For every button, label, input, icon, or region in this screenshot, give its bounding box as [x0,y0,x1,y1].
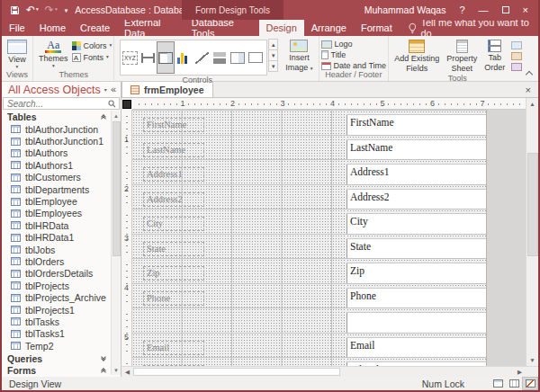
themes-dropdown-icon[interactable]: ▾ [52,64,55,69]
nav-item-tblDepartments[interactable]: tblDepartments [2,183,121,195]
undo-dropdown-icon[interactable]: ▾ [36,7,39,13]
nav-item-tblOrdersDetails[interactable]: tblOrdersDetails [2,268,121,280]
property-sheet-button[interactable]: Property Sheet [443,38,481,74]
nav-item-tblHRData1[interactable]: tblHRData1 [2,232,121,244]
nav-item-tblAuthors[interactable]: tblAuthors [2,147,121,159]
insert-image-button[interactable]: Insert Image ▾ [282,38,316,73]
view-button[interactable]: View ▾ [4,38,31,70]
label-control-icon[interactable]: XYZ [121,41,139,74]
themes-button[interactable]: Aa Themes ▾ [35,38,72,69]
nav-scroll-thumb[interactable] [112,121,121,256]
field-textbox-phone[interactable]: Phone [346,289,486,308]
nav-item-tblProjects1[interactable]: tblProjects1 [2,304,121,316]
field-label-address2[interactable]: Address2 [143,192,204,207]
nav-item-tblTasks[interactable]: tblTasks [2,316,121,327]
field-label-address1[interactable]: Address1 [143,167,204,182]
chart-control-icon[interactable] [175,41,193,74]
shutter-bar-close-icon[interactable]: « [111,85,116,94]
ribbon-tab-file[interactable]: File [2,20,32,36]
help-icon[interactable]: ? [459,5,464,15]
nav-menu-dropdown-icon[interactable]: ▾ [104,86,107,93]
queries-expand-icon[interactable] [102,357,105,361]
field-textbox-email[interactable]: Email [346,338,486,358]
fonts-dropdown-icon[interactable]: ▾ [106,55,109,60]
field-label-state[interactable]: State [143,242,204,256]
minimize-icon[interactable]: — [479,5,489,15]
horizontal-scroll-thumb[interactable] [133,368,340,376]
title-button[interactable]: Title [321,50,387,59]
ribbon-tab-database-tools[interactable]: Database Tools [184,20,259,36]
field-textbox-address2[interactable]: Address2 [346,190,486,209]
field-textbox-city[interactable]: City [346,214,486,234]
nav-item-tblProjects[interactable]: tblProjects [2,280,121,291]
subform-new-window-icon[interactable] [511,41,522,49]
date-time-button[interactable]: Date and Time [321,61,387,70]
tables-collapse-icon[interactable] [102,115,105,119]
nav-scrollbar[interactable]: ▲ ▼ [111,111,121,375]
horizontal-scrollbar[interactable]: ◀ ▶ [122,366,538,377]
rectangle-control-icon[interactable] [247,41,265,74]
close-icon[interactable]: × [523,5,528,15]
field-label-lastname[interactable]: LastName [143,143,204,157]
search-icon[interactable] [108,100,116,108]
scroll-left-icon[interactable]: ◀ [122,369,133,376]
colors-dropdown-icon[interactable]: ▾ [110,43,112,49]
nav-item-Temp2[interactable]: Temp2 [2,340,121,352]
field-textbox-firstname[interactable]: FirstName [346,115,486,135]
colors-button[interactable]: Colors ▾ [72,41,112,50]
field-label-jobtitle[interactable]: JobTitle [143,365,204,366]
collapse-ribbon-icon[interactable] [526,71,533,78]
view-code-icon[interactable] [511,52,522,60]
datasheet-view-button[interactable] [506,377,522,390]
nav-item-tblJobs[interactable]: tblJobs [2,244,121,255]
document-close-icon[interactable]: × [518,85,538,95]
nav-item-tblEmployee[interactable]: tblEmployee [2,195,121,207]
add-existing-fields-button[interactable]: Add Existing Fields [391,38,443,74]
search-input[interactable] [3,97,120,110]
tab-order-button[interactable]: Tab Order [481,38,508,73]
nav-item-tblTasks1[interactable]: tblTasks1 [2,328,121,340]
nav-scroll-down-icon[interactable]: ▼ [113,365,119,375]
nav-item-tblAuthorJunction1[interactable]: tblAuthorJunction1 [2,135,121,147]
vertical-scroll-thumb[interactable] [527,153,538,256]
field-textbox-empty[interactable] [346,313,486,333]
field-textbox-zip[interactable]: Zip [346,263,486,283]
subform-control-icon[interactable] [211,41,229,74]
maximize-icon[interactable] [502,6,509,13]
nav-scroll-up-icon[interactable]: ▲ [113,111,119,120]
nav-item-tblHRData[interactable]: tblHRData [2,219,121,231]
nav-group-queries[interactable]: Queries [2,352,121,364]
insert-image-dropdown-icon[interactable]: ▾ [310,66,313,71]
field-textbox-jobtitle[interactable]: JobTitle [346,362,486,366]
spinbutton-control-icon[interactable] [229,41,247,74]
save-icon[interactable] [10,5,20,15]
convert-macros-icon[interactable] [511,63,522,71]
horizontal-scroll-track[interactable] [133,367,514,377]
ribbon-tab-format[interactable]: Format [354,20,400,36]
vertical-scrollbar[interactable]: ▲ ▼ [526,98,538,366]
tell-me-box[interactable]: Tell me what you want to do [409,20,538,36]
combobox-control-icon[interactable] [157,41,175,74]
logo-button[interactable]: Logo [321,40,387,49]
field-textbox-address1[interactable]: Address1 [346,165,486,184]
forms-collapse-icon[interactable] [102,369,105,372]
field-label-email[interactable]: Email [143,341,204,355]
design-view-button[interactable] [522,377,538,390]
fonts-button[interactable]: A Fonts ▾ [72,53,112,62]
scroll-down-icon[interactable]: ▼ [529,354,535,366]
form-view-button[interactable] [490,377,506,390]
gallery-more-icon[interactable]: ▼ [268,60,278,72]
nav-group-tables[interactable]: Tables [2,111,121,123]
ribbon-tab-home[interactable]: Home [32,20,73,36]
nav-item-tblProjects_Archive[interactable]: tblProjects_Archive [2,291,121,303]
user-name[interactable]: Muhammad Waqas [364,4,446,15]
ribbon-tab-create[interactable]: Create [73,20,117,36]
field-textbox-state[interactable]: State [346,239,486,259]
nav-item-tblOrders[interactable]: tblOrders [2,255,121,267]
nav-item-tblEmployees[interactable]: tblEmployees [2,208,121,219]
nav-group-forms[interactable]: Forms [2,365,121,377]
field-textbox-lastname[interactable]: LastName [346,140,486,160]
scroll-right-icon[interactable]: ▶ [514,369,526,376]
nav-item-tblAuthorJunction[interactable]: tblAuthorJunction [2,123,121,135]
form-selector[interactable] [122,100,131,109]
